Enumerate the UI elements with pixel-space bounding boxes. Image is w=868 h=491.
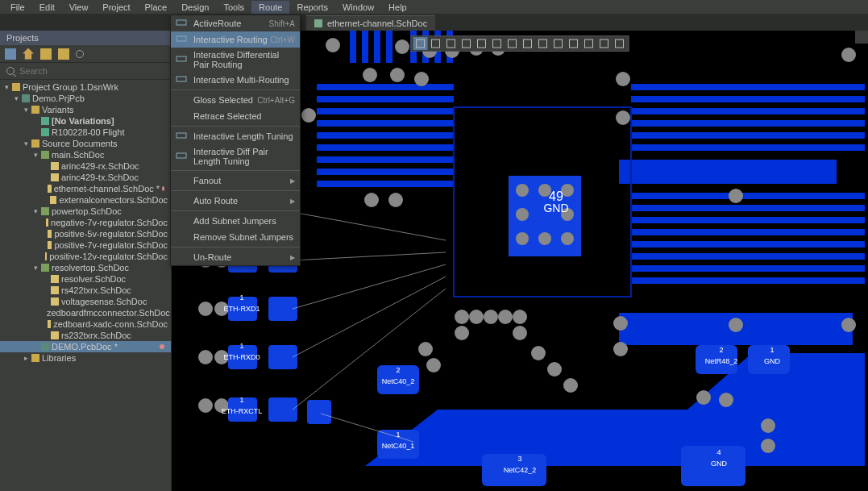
- tree-node[interactable]: ▾Source Documents: [0, 138, 171, 149]
- poly-tool[interactable]: [582, 37, 596, 50]
- dist-tool[interactable]: [475, 37, 489, 50]
- svg-rect-128: [177, 36, 186, 41]
- copy-tool[interactable]: [490, 37, 505, 50]
- menu-reports[interactable]: Reports: [289, 1, 335, 14]
- tree-node[interactable]: ▾resolvertop.SchDoc: [0, 262, 171, 273]
- tree-node[interactable]: positive-5v-regulator.SchDoc: [0, 228, 171, 239]
- expand-icon[interactable]: ▾: [13, 94, 19, 102]
- menu-item-interactive-multi-routing[interactable]: Interactive Multi-Routing: [171, 72, 300, 88]
- align-tool[interactable]: [459, 37, 474, 50]
- net-label: GND: [764, 357, 781, 365]
- blank-icon: [176, 215, 189, 227]
- expand-icon[interactable]: ▾: [32, 207, 39, 215]
- tree-node[interactable]: ▾powertop.SchDoc: [0, 206, 171, 217]
- folder-icon[interactable]: [40, 48, 52, 60]
- tree-node[interactable]: zedboard-xadc-conn.SchDoc: [0, 318, 171, 330]
- fld-icon: [31, 139, 39, 148]
- menu-project[interactable]: Project: [95, 1, 137, 14]
- svg-point-80: [613, 316, 628, 331]
- svg-point-57: [388, 193, 403, 207]
- pcb-icon: [22, 94, 30, 102]
- tree-node[interactable]: DEMO.PcbDoc *: [0, 341, 171, 352]
- expand-icon[interactable]: ▾: [23, 139, 29, 148]
- tree-node[interactable]: positive-12v-regulator.SchDoc: [0, 251, 171, 262]
- menu-item-retrace-selected[interactable]: Retrace Selected: [171, 108, 300, 124]
- net-number: 1: [396, 431, 400, 439]
- menu-place[interactable]: Place: [138, 1, 175, 14]
- comp-tool[interactable]: [551, 37, 566, 50]
- expand-icon[interactable]: ▾: [23, 106, 29, 114]
- tree-node[interactable]: ▸Libraries: [0, 352, 171, 364]
- menu-item-add-subnet-jumpers[interactable]: Add Subnet Jumpers: [171, 213, 300, 229]
- tree-label: arinc429-rx.SchDoc: [61, 161, 139, 171]
- tree-node[interactable]: positive-7v-regulator.SchDoc: [0, 239, 171, 251]
- tree-node[interactable]: voltagesense.SchDoc: [0, 296, 171, 307]
- menu-item-interactive-differential-pair-routing[interactable]: Interactive Differential Pair Routing: [171, 48, 300, 72]
- via-tool[interactable]: [613, 37, 627, 50]
- document-tab-label: ethernet-channel.SchDoc: [327, 19, 427, 28]
- pcb-icon: [41, 343, 49, 351]
- svg-point-75: [455, 326, 469, 340]
- menu-item-label: ActiveRoute: [193, 19, 268, 28]
- menu-view[interactable]: View: [62, 1, 96, 14]
- settings-icon[interactable]: [76, 50, 84, 58]
- doc-icon: [45, 252, 47, 260]
- menu-item-interactive-diff-pair-length-tuning[interactable]: Interactive Diff Pair Length Tuning: [171, 144, 300, 169]
- menu-item-fanout[interactable]: Fanout▶: [171, 173, 300, 189]
- show-docs-icon[interactable]: [5, 48, 16, 60]
- tree-node[interactable]: arinc429-tx.SchDoc: [0, 172, 171, 183]
- text-tool[interactable]: [597, 37, 612, 50]
- tree-label: DEMO.PcbDoc *: [52, 342, 118, 352]
- menu-separator: [171, 89, 300, 90]
- menu-edit[interactable]: Edit: [32, 1, 62, 14]
- svg-point-53: [301, 108, 316, 123]
- menu-item-un-route[interactable]: Un-Route▶: [171, 249, 300, 265]
- tree-node[interactable]: [No Variations]: [0, 115, 171, 127]
- menu-help[interactable]: Help: [381, 1, 414, 14]
- net-label: NetC40_2: [382, 377, 415, 385]
- net-number: 1: [239, 342, 243, 350]
- tree-node[interactable]: ▾main.SchDoc: [0, 149, 171, 160]
- expand-icon[interactable]: ▾: [3, 83, 10, 91]
- rect-tool[interactable]: [567, 37, 581, 50]
- menu-item-interactive-routing[interactable]: Interactive RoutingCtrl+W: [171, 31, 300, 48]
- document-tab[interactable]: ethernet-channel.SchDoc: [306, 15, 435, 31]
- expand-icon[interactable]: ▾: [32, 264, 39, 272]
- menu-window[interactable]: Window: [335, 1, 381, 14]
- tree-node[interactable]: ▾Demo.PrjPcb: [0, 93, 171, 104]
- sch-icon: [41, 207, 49, 215]
- lasso-tool[interactable]: [429, 37, 443, 50]
- tree-node[interactable]: ethernet-channel.SchDoc *: [0, 183, 171, 194]
- tree-node[interactable]: zedboardfmcconnector.SchDoc: [0, 307, 171, 318]
- select-tool[interactable]: [413, 37, 428, 50]
- tree-node[interactable]: ▾Project Group 1.DsnWrk: [0, 81, 171, 93]
- move-tool[interactable]: [444, 37, 459, 50]
- ir-icon: [176, 34, 189, 45]
- home-icon[interactable]: [23, 48, 34, 60]
- search-input[interactable]: [19, 66, 164, 76]
- menu-item-gloss-selected[interactable]: Gloss SelectedCtrl+Alt+G: [171, 92, 300, 108]
- menu-tools[interactable]: Tools: [216, 1, 251, 14]
- tree-node[interactable]: externalconnectors.SchDoc: [0, 194, 171, 206]
- expand-icon[interactable]: ▾: [32, 151, 39, 159]
- menu-item-interactive-length-tuning[interactable]: Interactive Length Tuning: [171, 128, 300, 144]
- refresh-icon[interactable]: [58, 48, 69, 60]
- tree-node[interactable]: rs422txrx.SchDoc: [0, 285, 171, 296]
- tree-node[interactable]: resolver.SchDoc: [0, 273, 171, 285]
- menu-design[interactable]: Design: [174, 1, 216, 14]
- menu-item-label: Interactive Differential Pair Routing: [193, 50, 295, 69]
- tree-node[interactable]: rs232txrx.SchDoc: [0, 330, 171, 341]
- tree-node[interactable]: arinc429-rx.SchDoc: [0, 160, 171, 172]
- menu-item-remove-subnet-jumpers[interactable]: Remove Subnet Jumpers: [171, 229, 300, 245]
- menu-route[interactable]: Route: [251, 1, 289, 14]
- tree-node[interactable]: negative-7v-regulator.SchDoc: [0, 217, 171, 228]
- tree-node[interactable]: R100228-00 Flight: [0, 127, 171, 138]
- net-tool[interactable]: [536, 37, 550, 50]
- dim-tool[interactable]: [521, 37, 535, 50]
- menu-file[interactable]: File: [3, 1, 32, 14]
- expand-icon[interactable]: ▸: [23, 354, 29, 362]
- paste-tool[interactable]: [505, 37, 520, 50]
- tree-node[interactable]: ▾Variants: [0, 104, 171, 115]
- menu-item-activeroute[interactable]: ActiveRouteShift+A: [171, 15, 300, 31]
- menu-item-auto-route[interactable]: Auto Route▶: [171, 193, 300, 209]
